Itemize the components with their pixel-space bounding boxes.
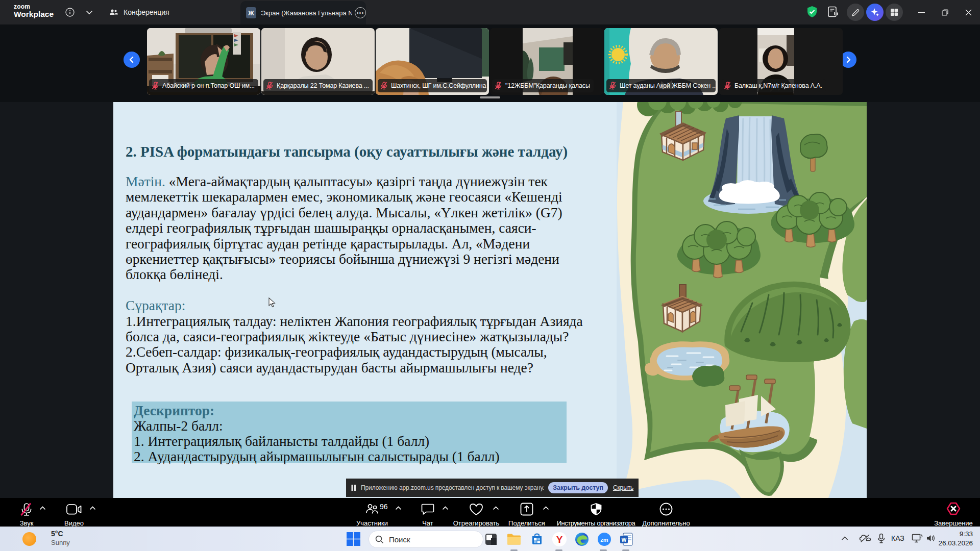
svg-text:zm: zm bbox=[600, 537, 608, 543]
svg-text:W: W bbox=[622, 537, 627, 543]
svg-text:Y: Y bbox=[556, 534, 563, 545]
